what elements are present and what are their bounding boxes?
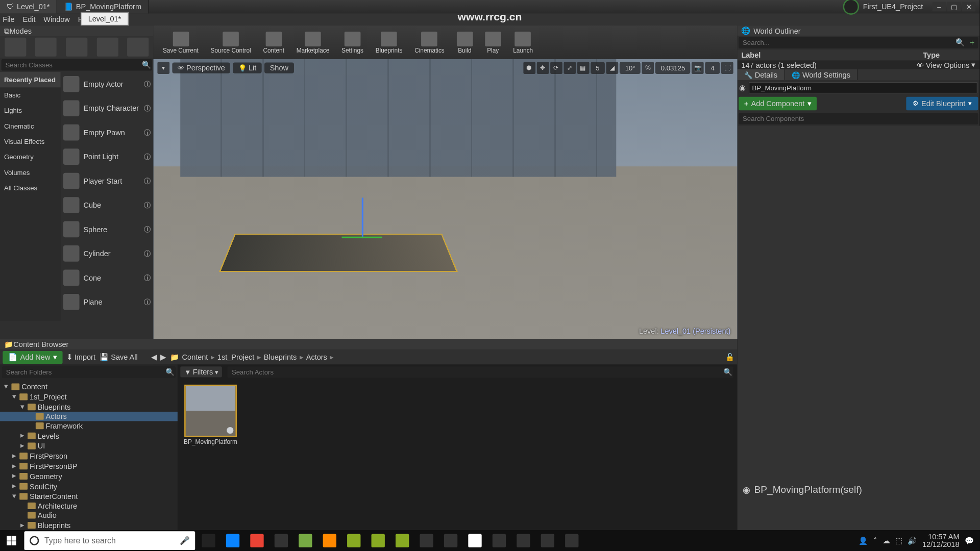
modes-search-input[interactable] xyxy=(2,59,141,70)
taskbar-app[interactable] xyxy=(463,530,487,551)
translate-icon[interactable]: ✥ xyxy=(536,62,549,74)
menu-edit[interactable]: Edit xyxy=(22,15,35,23)
view-options-button[interactable]: 👁 View Options ▾ xyxy=(917,61,975,69)
edit-blueprint-button[interactable]: ⚙ Edit Blueprint ▾ xyxy=(906,97,978,110)
add-component-button[interactable]: + Add Component ▾ xyxy=(739,97,817,110)
tree-item[interactable]: ▾Content xyxy=(0,381,178,391)
category-item[interactable]: Lights xyxy=(0,103,61,118)
modes-search[interactable]: 🔍 xyxy=(2,59,152,70)
actor-item[interactable]: Cubei xyxy=(61,193,154,217)
geometry-mode-icon[interactable] xyxy=(127,38,149,57)
category-item[interactable]: Volumes xyxy=(0,165,61,180)
maximize-viewport-icon[interactable]: ⛶ xyxy=(721,62,733,74)
expand-icon[interactable]: ▸ xyxy=(11,471,17,480)
toolbar-play[interactable]: Play xyxy=(479,27,506,58)
place-mode-icon[interactable] xyxy=(5,38,26,57)
system-tray[interactable]: 👤 ˄ ☁ ⬚ 🔊 10:57 AM 12/12/2018 💬 xyxy=(853,533,979,548)
category-item[interactable]: Geometry xyxy=(0,149,61,165)
grid-snap-value[interactable]: 5 xyxy=(591,62,605,74)
surface-snap-icon[interactable]: ⬢ xyxy=(523,62,535,74)
paint-mode-icon[interactable] xyxy=(35,38,57,57)
expand-icon[interactable]: ▸ xyxy=(19,520,26,529)
lock-icon[interactable]: 🔓 xyxy=(725,353,734,361)
start-button[interactable] xyxy=(0,530,23,551)
taskbar-search[interactable]: Type here to search 🎤 xyxy=(24,531,195,550)
tree-item[interactable]: Actors xyxy=(0,412,178,421)
toolbar-cinematics[interactable]: Cinematics xyxy=(409,27,450,58)
info-icon[interactable]: i xyxy=(144,105,151,112)
minimize-button[interactable]: – xyxy=(933,2,946,11)
taskbar-app[interactable] xyxy=(197,530,220,551)
angle-snap-icon[interactable]: ◢ xyxy=(606,62,619,74)
expand-icon[interactable]: ▾ xyxy=(3,382,9,391)
tray-chevron-icon[interactable]: ˄ xyxy=(873,536,877,545)
taskbar-app[interactable] xyxy=(438,530,462,551)
tree-item[interactable]: Framework xyxy=(0,421,178,430)
expand-icon[interactable]: ▾ xyxy=(19,402,26,411)
transform-gizmo[interactable] xyxy=(362,197,363,238)
info-icon[interactable]: i xyxy=(144,129,151,136)
people-icon[interactable]: 👤 xyxy=(859,536,868,545)
expand-icon[interactable]: ▸ xyxy=(11,451,17,460)
toolbar-source-control[interactable]: Source Control xyxy=(205,27,256,58)
menu-window[interactable]: Window xyxy=(43,15,70,23)
grid-snap-icon[interactable]: ▦ xyxy=(577,62,589,74)
taskbar-app[interactable] xyxy=(560,530,584,551)
tree-item[interactable]: ▸FirstPersonBP xyxy=(0,461,178,471)
toolbar-marketplace[interactable]: Marketplace xyxy=(291,27,335,58)
info-icon[interactable]: i xyxy=(144,81,151,87)
nav-back-icon[interactable]: ◀ xyxy=(151,353,157,361)
tree-item[interactable]: ▾Blueprints xyxy=(0,402,178,412)
toolbar-launch[interactable]: Launch xyxy=(508,27,538,58)
landscape-mode-icon[interactable] xyxy=(66,38,87,57)
info-icon[interactable]: i xyxy=(144,202,151,208)
tree-item[interactable]: ▸Blueprints xyxy=(0,520,178,530)
breadcrumb-item[interactable]: 1st_Project xyxy=(217,353,255,361)
actor-item[interactable]: Planei xyxy=(61,290,154,314)
maximize-button[interactable]: ▢ xyxy=(947,2,961,11)
taskbar-app[interactable] xyxy=(269,530,293,551)
info-icon[interactable]: i xyxy=(144,178,151,184)
add-actor-icon[interactable]: ＋ xyxy=(965,38,978,48)
taskbar-app[interactable] xyxy=(342,530,366,551)
tree-item[interactable]: ▸UI xyxy=(0,440,178,450)
scale-icon[interactable]: ⤢ xyxy=(564,62,576,74)
tree-item[interactable]: Architecture xyxy=(0,501,178,510)
expand-icon[interactable]: ▸ xyxy=(11,482,17,490)
save-all-button[interactable]: 💾 Save All xyxy=(100,353,138,361)
expand-icon[interactable]: ▸ xyxy=(19,431,26,440)
tree-item[interactable]: ▾StarterContent xyxy=(0,491,178,501)
toolbar-save-current[interactable]: Save Current xyxy=(157,27,204,58)
viewport-options-icon[interactable]: ▾ xyxy=(157,62,169,74)
component-self[interactable]: ◉ BP_MovingPlatform(self) xyxy=(738,126,980,551)
tab-details[interactable]: 🔧 Details xyxy=(738,69,785,80)
onedrive-icon[interactable]: ☁ xyxy=(883,536,890,545)
rotate-icon[interactable]: ⟳ xyxy=(550,62,562,74)
category-item[interactable]: All Classes xyxy=(0,180,61,195)
taskbar-app[interactable] xyxy=(535,530,559,551)
taskbar-app[interactable] xyxy=(317,530,341,551)
scale-snap-value[interactable]: 0.03125 xyxy=(655,62,691,74)
info-icon[interactable]: i xyxy=(144,298,151,305)
add-new-button[interactable]: 📄 Add New ▾ xyxy=(3,350,62,363)
category-item[interactable]: Basic xyxy=(0,87,61,103)
actor-item[interactable]: Empty Pawni xyxy=(61,120,154,144)
breadcrumb-item[interactable]: Blueprints xyxy=(264,353,297,361)
viewport-lit[interactable]: 💡 Lit xyxy=(233,63,262,73)
camera-speed-icon[interactable]: 📷 xyxy=(692,62,704,74)
info-icon[interactable]: i xyxy=(144,250,151,257)
info-icon[interactable]: i xyxy=(144,274,151,281)
import-button[interactable]: ⬇ Import xyxy=(66,353,95,361)
viewport-perspective[interactable]: 👁 Perspective xyxy=(172,63,230,73)
tree-item[interactable]: ▸Levels xyxy=(0,431,178,441)
mic-icon[interactable]: 🎤 xyxy=(180,536,190,545)
category-item[interactable]: Cinematic xyxy=(0,118,61,134)
actor-item[interactable]: Empty Actori xyxy=(61,72,154,96)
taskbar-app[interactable] xyxy=(487,530,511,551)
scale-snap-icon[interactable]: % xyxy=(642,62,654,74)
toolbar-build[interactable]: Build xyxy=(451,27,478,58)
foliage-mode-icon[interactable] xyxy=(96,38,118,57)
taskbar-app[interactable] xyxy=(511,530,535,551)
camera-speed-value[interactable]: 4 xyxy=(705,62,720,74)
actor-item[interactable]: Cylinderi xyxy=(61,241,154,265)
